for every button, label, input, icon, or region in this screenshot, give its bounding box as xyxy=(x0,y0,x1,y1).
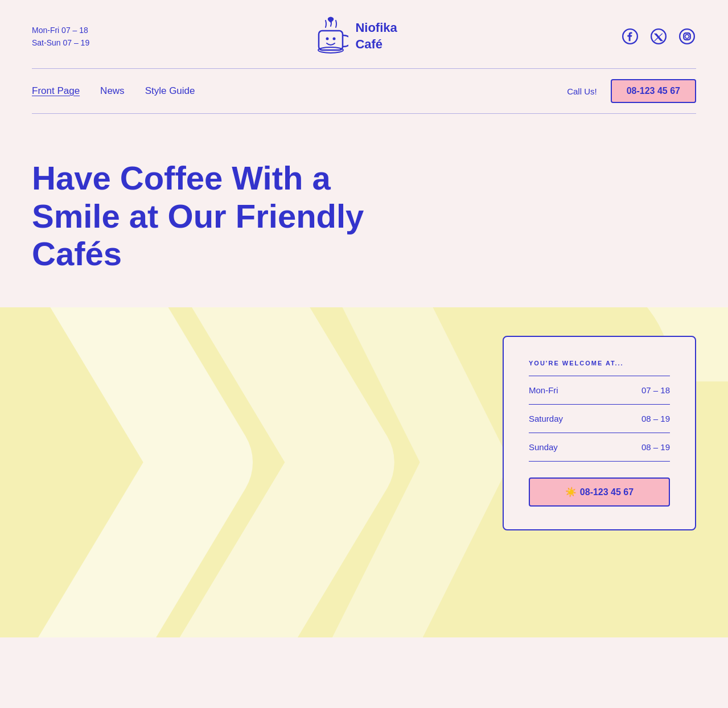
hours-row-sunday: Sunday 08 – 19 xyxy=(529,433,670,462)
hours-block: Mon-Fri 07 – 18 Sat-Sun 07 – 19 xyxy=(32,24,89,50)
nav-right: Call Us! 08-123 45 67 xyxy=(567,79,696,103)
card-phone-button[interactable]: ☀️08-123 45 67 xyxy=(529,478,670,507)
hours-row-saturday: Saturday 08 – 19 xyxy=(529,405,670,433)
logo-icon xyxy=(313,16,348,57)
facebook-icon[interactable] xyxy=(621,27,639,46)
instagram-icon[interactable] xyxy=(678,27,696,46)
logo-text: Niofika Café xyxy=(355,20,397,52)
svg-point-6 xyxy=(680,29,694,44)
nav-front-page[interactable]: Front Page xyxy=(32,85,80,97)
day-monFri: Mon-Fri xyxy=(529,385,558,395)
svg-point-9 xyxy=(689,34,690,35)
time-monFri: 07 – 18 xyxy=(641,385,670,395)
nav-style-guide[interactable]: Style Guide xyxy=(145,85,195,97)
social-icons xyxy=(621,27,696,46)
svg-point-3 xyxy=(333,38,336,40)
weekend-hours: Sat-Sun 07 – 19 xyxy=(32,36,89,49)
hero-section: Have Coffee With a Smile at Our Friendly… xyxy=(0,114,728,307)
nav-bar: Front Page News Style Guide Call Us! 08-… xyxy=(0,69,728,113)
twitter-icon[interactable] xyxy=(649,27,668,46)
nav-news[interactable]: News xyxy=(100,85,125,97)
card-phone-number: 08-123 45 67 xyxy=(580,487,634,497)
phone-emoji-icon: ☀️ xyxy=(565,487,577,497)
top-bar: Mon-Fri 07 – 18 Sat-Sun 07 – 19 Niofika … xyxy=(0,0,728,68)
time-saturday: 08 – 19 xyxy=(641,414,670,423)
card-heading: YOU'RE WELCOME AT... xyxy=(529,360,670,367)
yellow-section: YOU'RE WELCOME AT... Mon-Fri 07 – 18 Sat… xyxy=(0,307,728,637)
info-card: YOU'RE WELCOME AT... Mon-Fri 07 – 18 Sat… xyxy=(503,336,696,530)
time-sunday: 08 – 19 xyxy=(641,442,670,452)
call-us-label: Call Us! xyxy=(567,87,597,96)
svg-point-2 xyxy=(326,38,329,40)
weekday-hours: Mon-Fri 07 – 18 xyxy=(32,24,89,36)
nav-divider xyxy=(32,113,696,114)
hero-title: Have Coffee With a Smile at Our Friendly… xyxy=(32,159,396,273)
day-saturday: Saturday xyxy=(529,414,563,423)
day-sunday: Sunday xyxy=(529,442,558,452)
logo[interactable]: Niofika Café xyxy=(313,16,397,57)
hours-row-monFri: Mon-Fri 07 – 18 xyxy=(529,376,670,405)
svg-point-8 xyxy=(685,35,689,39)
top-divider xyxy=(32,68,696,69)
nav-left: Front Page News Style Guide xyxy=(32,85,195,97)
phone-button[interactable]: 08-123 45 67 xyxy=(611,79,696,103)
